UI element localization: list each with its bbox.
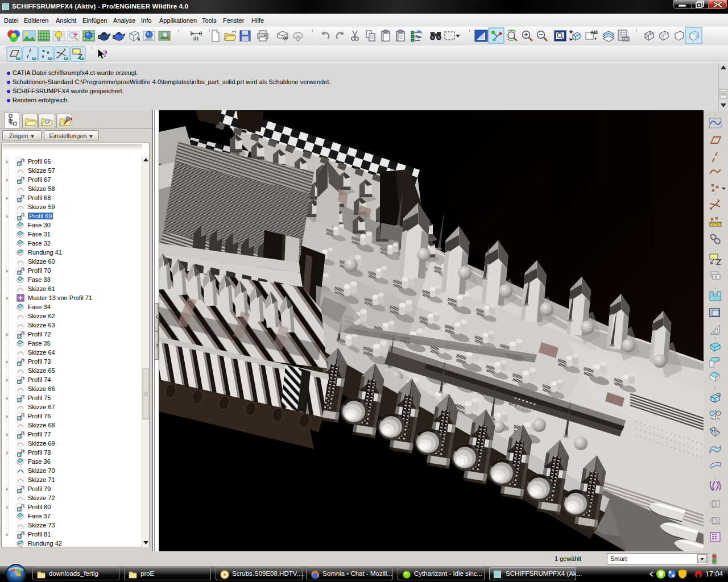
svg-text:d1: d1: [193, 36, 199, 41]
svg-text:?: ?: [103, 49, 107, 59]
svg-text:AB: AB: [590, 30, 598, 35]
